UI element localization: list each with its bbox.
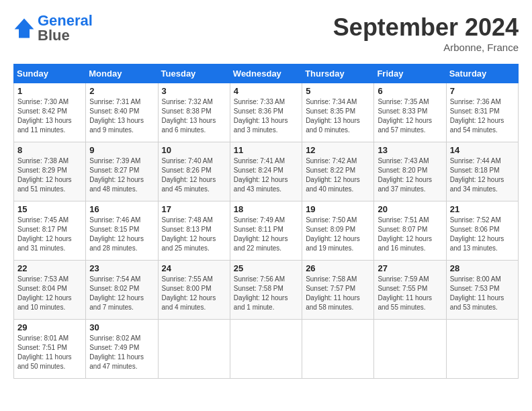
day-number: 15 [17, 204, 82, 214]
svg-marker-0 [15, 19, 34, 38]
day-number: 22 [17, 263, 82, 273]
day-number: 29 [17, 322, 82, 332]
day-number: 24 [162, 263, 226, 273]
calendar-cell: 16 Sunrise: 7:46 AM Sunset: 8:15 PM Dayl… [86, 201, 158, 261]
day-info: Sunrise: 7:55 AM Sunset: 8:00 PM Dayligh… [162, 275, 226, 312]
calendar-cell: 17 Sunrise: 7:48 AM Sunset: 8:13 PM Dayl… [158, 201, 230, 261]
day-info: Sunrise: 7:48 AM Sunset: 8:13 PM Dayligh… [162, 216, 226, 253]
day-number: 6 [378, 86, 442, 96]
logo: GeneralBlue [13, 13, 93, 43]
calendar-row: 22 Sunrise: 7:53 AM Sunset: 8:04 PM Dayl… [14, 261, 519, 320]
calendar-cell: 25 Sunrise: 7:56 AM Sunset: 7:58 PM Dayl… [230, 261, 302, 320]
day-info: Sunrise: 7:39 AM Sunset: 8:27 PM Dayligh… [89, 156, 154, 194]
day-number: 21 [450, 204, 515, 214]
day-number: 16 [89, 204, 154, 214]
calendar-cell: 7 Sunrise: 7:36 AM Sunset: 8:31 PM Dayli… [446, 83, 518, 142]
calendar-cell: 18 Sunrise: 7:49 AM Sunset: 8:11 PM Dayl… [230, 201, 302, 261]
day-info: Sunrise: 7:35 AM Sunset: 8:33 PM Dayligh… [378, 97, 442, 135]
day-info: Sunrise: 7:38 AM Sunset: 8:29 PM Dayligh… [17, 156, 82, 194]
col-friday: Friday [374, 64, 446, 83]
day-number: 13 [378, 145, 442, 155]
day-number: 12 [306, 145, 370, 155]
col-sunday: Sunday [14, 64, 86, 83]
day-info: Sunrise: 7:33 AM Sunset: 8:36 PM Dayligh… [234, 97, 298, 135]
day-number: 10 [162, 145, 226, 155]
day-info: Sunrise: 8:01 AM Sunset: 7:51 PM Dayligh… [17, 334, 82, 371]
day-number: 8 [17, 145, 82, 155]
calendar-cell: 27 Sunrise: 7:59 AM Sunset: 7:55 PM Dayl… [374, 261, 446, 320]
day-info: Sunrise: 7:45 AM Sunset: 8:17 PM Dayligh… [17, 216, 82, 253]
day-number: 14 [450, 145, 515, 155]
calendar-cell [302, 320, 374, 379]
day-number: 30 [89, 322, 154, 332]
calendar-cell: 21 Sunrise: 7:52 AM Sunset: 8:06 PM Dayl… [446, 201, 518, 261]
calendar-cell: 3 Sunrise: 7:32 AM Sunset: 8:38 PM Dayli… [158, 83, 230, 142]
day-info: Sunrise: 7:50 AM Sunset: 8:09 PM Dayligh… [306, 216, 370, 253]
day-info: Sunrise: 7:34 AM Sunset: 8:35 PM Dayligh… [306, 97, 370, 135]
calendar-cell: 1 Sunrise: 7:30 AM Sunset: 8:42 PM Dayli… [14, 83, 86, 142]
calendar-cell [374, 320, 446, 379]
day-info: Sunrise: 7:53 AM Sunset: 8:04 PM Dayligh… [17, 275, 82, 312]
calendar-cell: 2 Sunrise: 7:31 AM Sunset: 8:40 PM Dayli… [86, 83, 158, 142]
calendar-cell: 30 Sunrise: 8:02 AM Sunset: 7:49 PM Dayl… [86, 320, 158, 379]
day-number: 18 [234, 204, 298, 214]
calendar-cell: 9 Sunrise: 7:39 AM Sunset: 8:27 PM Dayli… [86, 142, 158, 201]
day-info: Sunrise: 7:30 AM Sunset: 8:42 PM Dayligh… [17, 97, 82, 135]
calendar-body: 1 Sunrise: 7:30 AM Sunset: 8:42 PM Dayli… [14, 83, 519, 379]
day-number: 2 [89, 86, 154, 96]
day-number: 9 [89, 145, 154, 155]
day-number: 5 [306, 86, 370, 96]
day-number: 4 [234, 86, 298, 96]
calendar-cell: 14 Sunrise: 7:44 AM Sunset: 8:18 PM Dayl… [446, 142, 518, 201]
calendar-cell [158, 320, 230, 379]
calendar-cell: 20 Sunrise: 7:51 AM Sunset: 8:07 PM Dayl… [374, 201, 446, 261]
day-info: Sunrise: 7:51 AM Sunset: 8:07 PM Dayligh… [378, 216, 442, 253]
day-info: Sunrise: 7:59 AM Sunset: 7:55 PM Dayligh… [378, 275, 442, 312]
day-info: Sunrise: 7:58 AM Sunset: 7:57 PM Dayligh… [306, 275, 370, 312]
day-info: Sunrise: 7:36 AM Sunset: 8:31 PM Dayligh… [450, 97, 515, 135]
day-info: Sunrise: 8:02 AM Sunset: 7:49 PM Dayligh… [89, 334, 154, 371]
calendar-cell: 24 Sunrise: 7:55 AM Sunset: 8:00 PM Dayl… [158, 261, 230, 320]
day-number: 19 [306, 204, 370, 214]
calendar-cell [446, 320, 518, 379]
day-info: Sunrise: 8:00 AM Sunset: 7:53 PM Dayligh… [450, 275, 515, 312]
day-number: 26 [306, 263, 370, 273]
day-info: Sunrise: 7:46 AM Sunset: 8:15 PM Dayligh… [89, 216, 154, 253]
day-info: Sunrise: 7:40 AM Sunset: 8:26 PM Dayligh… [162, 156, 226, 194]
calendar-cell: 12 Sunrise: 7:42 AM Sunset: 8:22 PM Dayl… [302, 142, 374, 201]
calendar-cell: 8 Sunrise: 7:38 AM Sunset: 8:29 PM Dayli… [14, 142, 86, 201]
calendar-cell: 13 Sunrise: 7:43 AM Sunset: 8:20 PM Dayl… [374, 142, 446, 201]
logo-icon [13, 17, 35, 39]
day-number: 11 [234, 145, 298, 155]
day-info: Sunrise: 7:44 AM Sunset: 8:18 PM Dayligh… [450, 156, 515, 194]
day-info: Sunrise: 7:56 AM Sunset: 7:58 PM Dayligh… [234, 275, 298, 312]
calendar-cell: 29 Sunrise: 8:01 AM Sunset: 7:51 PM Dayl… [14, 320, 86, 379]
calendar-cell: 11 Sunrise: 7:41 AM Sunset: 8:24 PM Dayl… [230, 142, 302, 201]
calendar-cell: 28 Sunrise: 8:00 AM Sunset: 7:53 PM Dayl… [446, 261, 518, 320]
day-info: Sunrise: 7:49 AM Sunset: 8:11 PM Dayligh… [234, 216, 298, 253]
calendar-cell: 10 Sunrise: 7:40 AM Sunset: 8:26 PM Dayl… [158, 142, 230, 201]
calendar-row: 29 Sunrise: 8:01 AM Sunset: 7:51 PM Dayl… [14, 320, 519, 379]
day-info: Sunrise: 7:31 AM Sunset: 8:40 PM Dayligh… [89, 97, 154, 135]
day-number: 17 [162, 204, 226, 214]
month-title: September 2024 [333, 13, 519, 42]
day-number: 28 [450, 263, 515, 273]
col-wednesday: Wednesday [230, 64, 302, 83]
calendar-row: 1 Sunrise: 7:30 AM Sunset: 8:42 PM Dayli… [14, 83, 519, 142]
location: Arbonne, France [333, 42, 519, 53]
calendar-cell: 15 Sunrise: 7:45 AM Sunset: 8:17 PM Dayl… [14, 201, 86, 261]
calendar-cell [230, 320, 302, 379]
col-thursday: Thursday [302, 64, 374, 83]
logo-text: GeneralBlue [38, 13, 93, 43]
calendar-table: Sunday Monday Tuesday Wednesday Thursday… [13, 64, 519, 379]
calendar-cell: 26 Sunrise: 7:58 AM Sunset: 7:57 PM Dayl… [302, 261, 374, 320]
title-block: September 2024 Arbonne, France [333, 13, 519, 53]
day-number: 7 [450, 86, 515, 96]
calendar-header: Sunday Monday Tuesday Wednesday Thursday… [14, 64, 519, 83]
day-number: 3 [162, 86, 226, 96]
day-info: Sunrise: 7:42 AM Sunset: 8:22 PM Dayligh… [306, 156, 370, 194]
calendar-cell: 4 Sunrise: 7:33 AM Sunset: 8:36 PM Dayli… [230, 83, 302, 142]
day-info: Sunrise: 7:52 AM Sunset: 8:06 PM Dayligh… [450, 216, 515, 253]
day-number: 27 [378, 263, 442, 273]
calendar-cell: 5 Sunrise: 7:34 AM Sunset: 8:35 PM Dayli… [302, 83, 374, 142]
